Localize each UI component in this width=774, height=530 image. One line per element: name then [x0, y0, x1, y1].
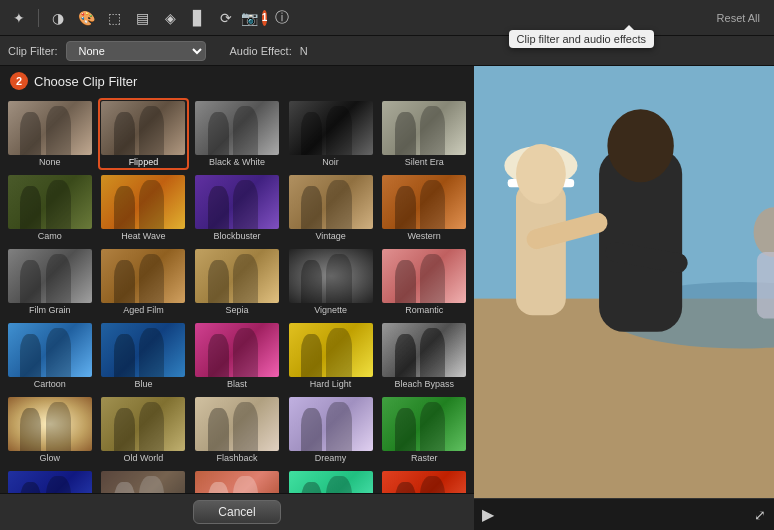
video-icon[interactable]: ▤ — [131, 7, 153, 29]
filter-thumb-hardlight — [289, 323, 373, 377]
preview-image — [474, 66, 774, 498]
filter-name-sepia: Sepia — [225, 305, 248, 315]
filter-item-sepia[interactable]: Sepia — [191, 246, 283, 318]
filter-thumb-flashback — [195, 397, 279, 451]
filter-item-camo[interactable]: Camo — [4, 172, 96, 244]
filter-item-agedfilm[interactable]: Aged Film — [98, 246, 190, 318]
thumb-inner-western — [382, 175, 466, 229]
thumb-inner-bleachbypass — [382, 323, 466, 377]
svg-point-8 — [607, 109, 673, 182]
notification-badge: 1 — [262, 10, 268, 26]
clip-filter-select[interactable]: None — [66, 41, 206, 61]
filter-thumb-cartoon — [8, 323, 92, 377]
camera-icon[interactable]: 📷 1 — [243, 7, 265, 29]
filter-name-flashback: Flashback — [216, 453, 257, 463]
svg-point-6 — [516, 144, 566, 204]
toolbar: ✦ ◑ 🎨 ⬚ ▤ ◈ ▊ ⟳ 📷 1 ⓘ Reset All — [0, 0, 774, 36]
filter-item-cartoon[interactable]: Cartoon — [4, 320, 96, 392]
filter-thumb-vignette — [289, 249, 373, 303]
filter-item-oldworld[interactable]: Old World — [98, 394, 190, 466]
thumb-inner-flipped — [101, 101, 185, 155]
filter-item-glow[interactable]: Glow — [4, 394, 96, 466]
filter-item-blockbuster[interactable]: Blockbuster — [191, 172, 283, 244]
thumb-inner-raster — [382, 397, 466, 451]
crop-icon[interactable]: ⬚ — [103, 7, 125, 29]
filter-name-raster: Raster — [411, 453, 438, 463]
filter-panel-header: 2 Choose Clip Filter — [0, 66, 474, 96]
speed-icon[interactable]: ⟳ — [215, 7, 237, 29]
step-badge: 2 — [10, 72, 28, 90]
filter-thumb-oldworld — [101, 397, 185, 451]
filter-name-dreamy: Dreamy — [315, 453, 347, 463]
toolbar-icons: ✦ ◑ 🎨 ⬚ ▤ ◈ ▊ ⟳ 📷 1 ⓘ — [8, 7, 711, 29]
filter-thumb-dreamy — [289, 397, 373, 451]
cancel-button[interactable]: Cancel — [193, 500, 280, 524]
filter-thumb-blue — [101, 323, 185, 377]
thumb-inner-cartoon — [8, 323, 92, 377]
filter-name-romantic: Romantic — [405, 305, 443, 315]
filter-item-bleachbypass[interactable]: Bleach Bypass — [378, 320, 470, 392]
filter-thumb-camo — [8, 175, 92, 229]
bottom-bar: Cancel — [0, 493, 474, 530]
reset-all-button[interactable]: Reset All — [711, 10, 766, 26]
magic-wand-icon[interactable]: ✦ — [8, 7, 30, 29]
filter-thumb-raster — [382, 397, 466, 451]
filter-item-noir[interactable]: Noir — [285, 98, 377, 170]
filter-item-dreamy[interactable]: Dreamy — [285, 394, 377, 466]
filter-item-raster[interactable]: Raster — [378, 394, 470, 466]
filter-item-flashback[interactable]: Flashback — [191, 394, 283, 466]
thumb-inner-flashback — [195, 397, 279, 451]
filter-name-camo: Camo — [38, 231, 62, 241]
tooltip-box: Clip filter and audio effects — [509, 30, 654, 48]
filter-item-vignette[interactable]: Vignette — [285, 246, 377, 318]
filter-item-filmgrain[interactable]: Film Grain — [4, 246, 96, 318]
filter-name-heatwave: Heat Wave — [121, 231, 165, 241]
filter-item-hardlight[interactable]: Hard Light — [285, 320, 377, 392]
filter-thumb-heatwave — [101, 175, 185, 229]
filter-item-blue[interactable]: Blue — [98, 320, 190, 392]
play-button[interactable]: ▶ — [482, 505, 494, 524]
filter-item-blast[interactable]: Blast — [191, 320, 283, 392]
clip-filter-label: Clip Filter: — [8, 45, 58, 57]
color-palette-icon[interactable]: 🎨 — [75, 7, 97, 29]
filter-name-bw: Black & White — [209, 157, 265, 167]
filter-thumb-glow — [8, 397, 92, 451]
filter-item-flipped[interactable]: Flipped — [98, 98, 190, 170]
audio-effect-value: N — [300, 45, 308, 57]
filter-panel-title: Choose Clip Filter — [34, 74, 137, 89]
filter-thumb-bleachbypass — [382, 323, 466, 377]
filter-item-western[interactable]: Western — [378, 172, 470, 244]
info-icon[interactable]: ⓘ — [271, 7, 293, 29]
filter-name-oldworld: Old World — [123, 453, 163, 463]
filter-item-bw[interactable]: Black & White — [191, 98, 283, 170]
filter-item-romantic[interactable]: Romantic — [378, 246, 470, 318]
filter-grid: NoneFlippedBlack & WhiteNoirSilent EraCa… — [0, 96, 474, 522]
separator-1 — [38, 9, 39, 27]
svg-rect-12 — [757, 252, 774, 318]
filter-item-heatwave[interactable]: Heat Wave — [98, 172, 190, 244]
filter-thumb-filmgrain — [8, 249, 92, 303]
filter-thumb-western — [382, 175, 466, 229]
color-wheel-icon[interactable]: ◑ — [47, 7, 69, 29]
filter-name-western: Western — [408, 231, 441, 241]
thumb-inner-agedfilm — [101, 249, 185, 303]
clip-filter-row: Clip Filter: None Audio Effect: N — [0, 36, 774, 66]
filter-name-silentera: Silent Era — [405, 157, 444, 167]
preview-controls: ▶ ⤢ — [474, 498, 774, 530]
filter-name-hardlight: Hard Light — [310, 379, 352, 389]
filter-name-flipped: Flipped — [129, 157, 159, 167]
filter-item-none[interactable]: None — [4, 98, 96, 170]
filter-item-silentera[interactable]: Silent Era — [378, 98, 470, 170]
filter-thumb-bw — [195, 101, 279, 155]
filter-name-bleachbypass: Bleach Bypass — [394, 379, 454, 389]
thumb-inner-bw — [195, 101, 279, 155]
thumb-inner-vintage — [289, 175, 373, 229]
audio-levels-icon[interactable]: ▊ — [187, 7, 209, 29]
audio-icon[interactable]: ◈ — [159, 7, 181, 29]
thumb-inner-silentera — [382, 101, 466, 155]
filter-item-vintage[interactable]: Vintage — [285, 172, 377, 244]
filter-thumb-blast — [195, 323, 279, 377]
thumb-inner-dreamy — [289, 397, 373, 451]
filter-thumb-vintage — [289, 175, 373, 229]
expand-button[interactable]: ⤢ — [754, 507, 766, 523]
